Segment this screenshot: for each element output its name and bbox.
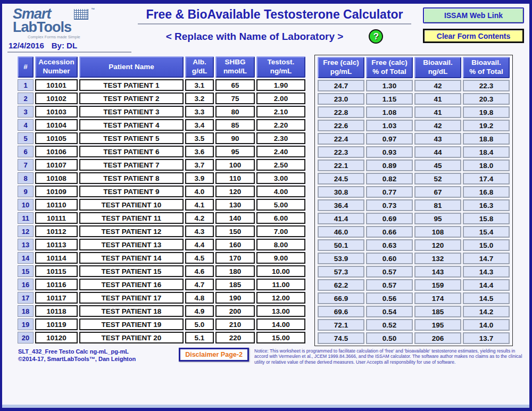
accession-cell[interactable]: 10113	[35, 239, 78, 250]
patient-name-cell[interactable]: TEST PATIENT 4	[79, 119, 184, 131]
testosterone-cell[interactable]: 2.30	[256, 132, 305, 144]
help-icon[interactable]: ?	[369, 29, 383, 44]
clear-form-contents-button[interactable]: Clear Form Contents	[423, 29, 524, 43]
albumin-cell[interactable]: 3.6	[185, 146, 214, 157]
accession-cell[interactable]: 10107	[35, 159, 78, 171]
albumin-cell[interactable]: 4.4	[185, 239, 214, 250]
testosterone-cell[interactable]: 2.50	[256, 159, 305, 171]
testosterone-cell[interactable]: 12.00	[256, 292, 305, 304]
albumin-cell[interactable]: 4.5	[185, 252, 214, 264]
testosterone-cell[interactable]: 2.40	[256, 146, 305, 157]
patient-name-cell[interactable]: TEST PATIENT 3	[79, 106, 184, 118]
shbg-cell[interactable]: 75	[215, 93, 255, 104]
accession-cell[interactable]: 10114	[35, 252, 78, 264]
albumin-cell[interactable]: 3.4	[185, 119, 214, 131]
accession-cell[interactable]: 10103	[35, 106, 78, 118]
shbg-cell[interactable]: 190	[215, 292, 255, 304]
testosterone-cell[interactable]: 10.00	[256, 265, 305, 277]
albumin-cell[interactable]: 5.0	[185, 318, 214, 330]
patient-name-cell[interactable]: TEST PATIENT 12	[79, 225, 184, 237]
accession-cell[interactable]: 10108	[35, 172, 78, 184]
shbg-cell[interactable]: 100	[215, 159, 255, 171]
by-field[interactable]: By: DL	[52, 41, 77, 50]
shbg-cell[interactable]: 180	[215, 265, 255, 277]
accession-cell[interactable]: 10110	[35, 199, 78, 211]
shbg-cell[interactable]: 220	[215, 332, 255, 343]
shbg-cell[interactable]: 90	[215, 132, 255, 144]
testosterone-cell[interactable]: 13.00	[256, 305, 305, 317]
date-field[interactable]: 12/4/2016	[9, 41, 44, 50]
testosterone-cell[interactable]: 6.00	[256, 212, 305, 224]
patient-name-cell[interactable]: TEST PATIENT 1	[79, 79, 184, 91]
albumin-cell[interactable]: 4.0	[185, 186, 214, 197]
albumin-cell[interactable]: 4.8	[185, 292, 214, 304]
albumin-cell[interactable]: 3.5	[185, 132, 214, 144]
patient-name-cell[interactable]: TEST PATIENT 16	[79, 279, 184, 290]
shbg-cell[interactable]: 160	[215, 239, 255, 250]
patient-name-cell[interactable]: TEST PATIENT 8	[79, 172, 184, 184]
patient-name-cell[interactable]: TEST PATIENT 19	[79, 318, 184, 330]
testosterone-cell[interactable]: 14.00	[256, 318, 305, 330]
shbg-cell[interactable]: 120	[215, 186, 255, 197]
testosterone-cell[interactable]: 2.10	[256, 106, 305, 118]
testosterone-cell[interactable]: 2.00	[256, 93, 305, 104]
testosterone-cell[interactable]: 8.00	[256, 239, 305, 250]
disclaimer-page2-button[interactable]: Disclaimer Page-2	[179, 348, 249, 362]
accession-cell[interactable]: 10102	[35, 93, 78, 104]
shbg-cell[interactable]: 170	[215, 252, 255, 264]
issam-web-link-button[interactable]: ISSAM Web Link	[423, 7, 524, 23]
patient-name-cell[interactable]: TEST PATIENT 11	[79, 212, 184, 224]
testosterone-cell[interactable]: 7.00	[256, 225, 305, 237]
shbg-cell[interactable]: 200	[215, 305, 255, 317]
accession-cell[interactable]: 10116	[35, 279, 78, 290]
albumin-cell[interactable]: 3.9	[185, 172, 214, 184]
albumin-cell[interactable]: 4.3	[185, 225, 214, 237]
testosterone-cell[interactable]: 2.20	[256, 119, 305, 131]
albumin-cell[interactable]: 3.1	[185, 79, 214, 91]
patient-name-cell[interactable]: TEST PATIENT 17	[79, 292, 184, 304]
testosterone-cell[interactable]: 11.00	[256, 279, 305, 290]
albumin-cell[interactable]: 4.1	[185, 199, 214, 211]
shbg-cell[interactable]: 95	[215, 146, 255, 157]
albumin-cell[interactable]: 5.1	[185, 332, 214, 343]
patient-name-cell[interactable]: TEST PATIENT 15	[79, 265, 184, 277]
accession-cell[interactable]: 10109	[35, 186, 78, 197]
accession-cell[interactable]: 10105	[35, 132, 78, 144]
patient-name-cell[interactable]: TEST PATIENT 14	[79, 252, 184, 264]
shbg-cell[interactable]: 150	[215, 225, 255, 237]
accession-cell[interactable]: 10117	[35, 292, 78, 304]
albumin-cell[interactable]: 4.2	[185, 212, 214, 224]
albumin-cell[interactable]: 4.7	[185, 279, 214, 290]
patient-name-cell[interactable]: TEST PATIENT 13	[79, 239, 184, 250]
patient-name-cell[interactable]: TEST PATIENT 9	[79, 186, 184, 197]
albumin-cell[interactable]: 3.2	[185, 93, 214, 104]
patient-name-cell[interactable]: TEST PATIENT 18	[79, 305, 184, 317]
shbg-cell[interactable]: 110	[215, 172, 255, 184]
patient-name-cell[interactable]: TEST PATIENT 10	[79, 199, 184, 211]
accession-cell[interactable]: 10112	[35, 225, 78, 237]
shbg-cell[interactable]: 65	[215, 79, 255, 91]
albumin-cell[interactable]: 4.9	[185, 305, 214, 317]
shbg-cell[interactable]: 80	[215, 106, 255, 118]
accession-cell[interactable]: 10111	[35, 212, 78, 224]
albumin-cell[interactable]: 3.7	[185, 159, 214, 171]
albumin-cell[interactable]: 3.3	[185, 106, 214, 118]
accession-cell[interactable]: 10119	[35, 318, 78, 330]
shbg-cell[interactable]: 185	[215, 279, 255, 290]
accession-cell[interactable]: 10115	[35, 265, 78, 277]
accession-cell[interactable]: 10120	[35, 332, 78, 343]
testosterone-cell[interactable]: 15.00	[256, 332, 305, 343]
shbg-cell[interactable]: 85	[215, 119, 255, 131]
testosterone-cell[interactable]: 1.90	[256, 79, 305, 91]
testosterone-cell[interactable]: 3.00	[256, 172, 305, 184]
testosterone-cell[interactable]: 5.00	[256, 199, 305, 211]
patient-name-cell[interactable]: TEST PATIENT 6	[79, 146, 184, 157]
shbg-cell[interactable]: 130	[215, 199, 255, 211]
shbg-cell[interactable]: 210	[215, 318, 255, 330]
testosterone-cell[interactable]: 4.00	[256, 186, 305, 197]
albumin-cell[interactable]: 4.6	[185, 265, 214, 277]
testosterone-cell[interactable]: 9.00	[256, 252, 305, 264]
patient-name-cell[interactable]: TEST PATIENT 2	[79, 93, 184, 104]
patient-name-cell[interactable]: TEST PATIENT 7	[79, 159, 184, 171]
laboratory-name-field[interactable]: < Replace with Name of Laboratory >	[166, 31, 344, 43]
